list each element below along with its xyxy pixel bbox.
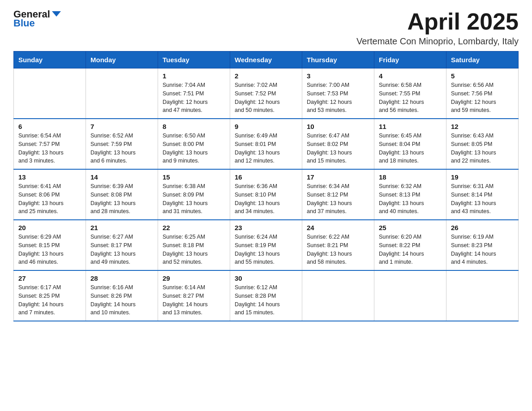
- calendar-cell: 7Sunrise: 6:52 AM Sunset: 7:59 PM Daylig…: [86, 119, 158, 169]
- day-number: 19: [451, 173, 514, 181]
- day-info: Sunrise: 6:20 AM Sunset: 8:22 PM Dayligh…: [379, 233, 442, 266]
- page-header: General Blue April 2025 Vertemate Con Mi…: [13, 9, 519, 47]
- logo: General Blue: [13, 9, 62, 29]
- day-info: Sunrise: 6:24 AM Sunset: 8:19 PM Dayligh…: [235, 233, 297, 266]
- calendar-cell: [446, 270, 519, 321]
- day-number: 2: [235, 72, 297, 80]
- day-number: 8: [163, 123, 225, 130]
- calendar-cell: 16Sunrise: 6:36 AM Sunset: 8:10 PM Dayli…: [230, 169, 302, 220]
- day-info: Sunrise: 6:56 AM Sunset: 7:56 PM Dayligh…: [451, 81, 514, 115]
- day-number: 14: [90, 173, 153, 181]
- week-row-2: 6Sunrise: 6:54 AM Sunset: 7:57 PM Daylig…: [14, 119, 519, 169]
- week-row-4: 20Sunrise: 6:29 AM Sunset: 8:15 PM Dayli…: [14, 220, 519, 270]
- day-number: 11: [379, 123, 442, 130]
- day-number: 5: [451, 72, 514, 80]
- calendar-cell: 23Sunrise: 6:24 AM Sunset: 8:19 PM Dayli…: [230, 220, 302, 270]
- day-info: Sunrise: 6:45 AM Sunset: 8:04 PM Dayligh…: [379, 132, 442, 165]
- day-number: 22: [163, 224, 225, 231]
- day-info: Sunrise: 6:29 AM Sunset: 8:15 PM Dayligh…: [18, 233, 81, 266]
- week-row-5: 27Sunrise: 6:17 AM Sunset: 8:25 PM Dayli…: [14, 270, 519, 321]
- day-info: Sunrise: 6:43 AM Sunset: 8:05 PM Dayligh…: [451, 132, 514, 165]
- day-info: Sunrise: 7:04 AM Sunset: 7:51 PM Dayligh…: [163, 81, 225, 115]
- day-info: Sunrise: 7:00 AM Sunset: 7:53 PM Dayligh…: [307, 81, 369, 115]
- calendar-header: SundayMondayTuesdayWednesdayThursdayFrid…: [14, 51, 519, 68]
- day-number: 27: [18, 274, 81, 282]
- week-row-3: 13Sunrise: 6:41 AM Sunset: 8:06 PM Dayli…: [14, 169, 519, 220]
- title-section: April 2025 Vertemate Con Minoprio, Lomba…: [356, 9, 519, 47]
- day-number: 30: [235, 274, 297, 282]
- calendar-cell: 18Sunrise: 6:32 AM Sunset: 8:13 PM Dayli…: [374, 169, 446, 220]
- calendar-cell: 27Sunrise: 6:17 AM Sunset: 8:25 PM Dayli…: [14, 270, 86, 321]
- day-info: Sunrise: 6:25 AM Sunset: 8:18 PM Dayligh…: [163, 233, 225, 266]
- location-subtitle: Vertemate Con Minoprio, Lombardy, Italy: [356, 36, 519, 47]
- calendar-cell: 8Sunrise: 6:50 AM Sunset: 8:00 PM Daylig…: [158, 119, 230, 169]
- day-info: Sunrise: 6:32 AM Sunset: 8:13 PM Dayligh…: [379, 182, 442, 216]
- calendar-cell: 22Sunrise: 6:25 AM Sunset: 8:18 PM Dayli…: [158, 220, 230, 270]
- day-info: Sunrise: 6:31 AM Sunset: 8:14 PM Dayligh…: [451, 182, 514, 216]
- calendar-cell: 24Sunrise: 6:22 AM Sunset: 8:21 PM Dayli…: [302, 220, 374, 270]
- day-info: Sunrise: 6:41 AM Sunset: 8:06 PM Dayligh…: [18, 182, 81, 216]
- calendar-cell: 3Sunrise: 7:00 AM Sunset: 7:53 PM Daylig…: [302, 68, 374, 119]
- day-info: Sunrise: 6:16 AM Sunset: 8:26 PM Dayligh…: [90, 283, 153, 317]
- calendar-cell: 11Sunrise: 6:45 AM Sunset: 8:04 PM Dayli…: [374, 119, 446, 169]
- calendar-cell: 30Sunrise: 6:12 AM Sunset: 8:28 PM Dayli…: [230, 270, 302, 321]
- calendar-cell: 10Sunrise: 6:47 AM Sunset: 8:02 PM Dayli…: [302, 119, 374, 169]
- day-info: Sunrise: 6:38 AM Sunset: 8:09 PM Dayligh…: [163, 182, 225, 216]
- day-info: Sunrise: 6:17 AM Sunset: 8:25 PM Dayligh…: [18, 283, 81, 317]
- day-number: 28: [90, 274, 153, 282]
- calendar-cell: [14, 68, 86, 119]
- calendar-cell: 26Sunrise: 6:19 AM Sunset: 8:23 PM Dayli…: [446, 220, 519, 270]
- day-number: 6: [18, 123, 81, 130]
- day-info: Sunrise: 6:34 AM Sunset: 8:12 PM Dayligh…: [307, 182, 369, 216]
- calendar-cell: 6Sunrise: 6:54 AM Sunset: 7:57 PM Daylig…: [14, 119, 86, 169]
- day-info: Sunrise: 6:49 AM Sunset: 8:01 PM Dayligh…: [235, 132, 297, 165]
- day-number: 25: [379, 224, 442, 231]
- weekday-row: SundayMondayTuesdayWednesdayThursdayFrid…: [14, 51, 519, 68]
- day-info: Sunrise: 6:54 AM Sunset: 7:57 PM Dayligh…: [18, 132, 81, 165]
- calendar-cell: 25Sunrise: 6:20 AM Sunset: 8:22 PM Dayli…: [374, 220, 446, 270]
- calendar-cell: [86, 68, 158, 119]
- day-number: 24: [307, 224, 369, 231]
- day-info: Sunrise: 6:39 AM Sunset: 8:08 PM Dayligh…: [90, 182, 153, 216]
- day-number: 10: [307, 123, 369, 130]
- svg-marker-0: [52, 11, 61, 17]
- weekday-header-thursday: Thursday: [302, 51, 374, 68]
- calendar-cell: 20Sunrise: 6:29 AM Sunset: 8:15 PM Dayli…: [14, 220, 86, 270]
- calendar-cell: 17Sunrise: 6:34 AM Sunset: 8:12 PM Dayli…: [302, 169, 374, 220]
- day-number: 4: [379, 72, 442, 80]
- calendar-cell: 21Sunrise: 6:27 AM Sunset: 8:17 PM Dayli…: [86, 220, 158, 270]
- day-info: Sunrise: 6:47 AM Sunset: 8:02 PM Dayligh…: [307, 132, 369, 165]
- day-number: 1: [163, 72, 225, 80]
- calendar-cell: 5Sunrise: 6:56 AM Sunset: 7:56 PM Daylig…: [446, 68, 519, 119]
- weekday-header-friday: Friday: [374, 51, 446, 68]
- day-number: 20: [18, 224, 81, 231]
- day-info: Sunrise: 6:58 AM Sunset: 7:55 PM Dayligh…: [379, 81, 442, 115]
- weekday-header-sunday: Sunday: [14, 51, 86, 68]
- day-info: Sunrise: 6:22 AM Sunset: 8:21 PM Dayligh…: [307, 233, 369, 266]
- calendar-cell: 15Sunrise: 6:38 AM Sunset: 8:09 PM Dayli…: [158, 169, 230, 220]
- calendar-cell: 12Sunrise: 6:43 AM Sunset: 8:05 PM Dayli…: [446, 119, 519, 169]
- day-number: 7: [90, 123, 153, 130]
- day-info: Sunrise: 6:50 AM Sunset: 8:00 PM Dayligh…: [163, 132, 225, 165]
- month-title: April 2025: [356, 9, 519, 34]
- calendar-cell: 1Sunrise: 7:04 AM Sunset: 7:51 PM Daylig…: [158, 68, 230, 119]
- calendar-cell: 14Sunrise: 6:39 AM Sunset: 8:08 PM Dayli…: [86, 169, 158, 220]
- day-number: 15: [163, 173, 225, 181]
- day-info: Sunrise: 7:02 AM Sunset: 7:52 PM Dayligh…: [235, 81, 297, 115]
- day-info: Sunrise: 6:52 AM Sunset: 7:59 PM Dayligh…: [90, 132, 153, 165]
- weekday-header-wednesday: Wednesday: [230, 51, 302, 68]
- calendar-cell: 2Sunrise: 7:02 AM Sunset: 7:52 PM Daylig…: [230, 68, 302, 119]
- calendar-cell: 4Sunrise: 6:58 AM Sunset: 7:55 PM Daylig…: [374, 68, 446, 119]
- day-number: 12: [451, 123, 514, 130]
- day-number: 26: [451, 224, 514, 231]
- calendar-cell: 28Sunrise: 6:16 AM Sunset: 8:26 PM Dayli…: [86, 270, 158, 321]
- calendar-table: SundayMondayTuesdayWednesdayThursdayFrid…: [13, 51, 519, 321]
- calendar-body: 1Sunrise: 7:04 AM Sunset: 7:51 PM Daylig…: [14, 68, 519, 321]
- calendar-cell: 19Sunrise: 6:31 AM Sunset: 8:14 PM Dayli…: [446, 169, 519, 220]
- logo-text-blue: Blue: [13, 18, 35, 29]
- calendar-cell: 9Sunrise: 6:49 AM Sunset: 8:01 PM Daylig…: [230, 119, 302, 169]
- calendar-cell: 29Sunrise: 6:14 AM Sunset: 8:27 PM Dayli…: [158, 270, 230, 321]
- week-row-1: 1Sunrise: 7:04 AM Sunset: 7:51 PM Daylig…: [14, 68, 519, 119]
- calendar-cell: [302, 270, 374, 321]
- day-info: Sunrise: 6:12 AM Sunset: 8:28 PM Dayligh…: [235, 283, 297, 317]
